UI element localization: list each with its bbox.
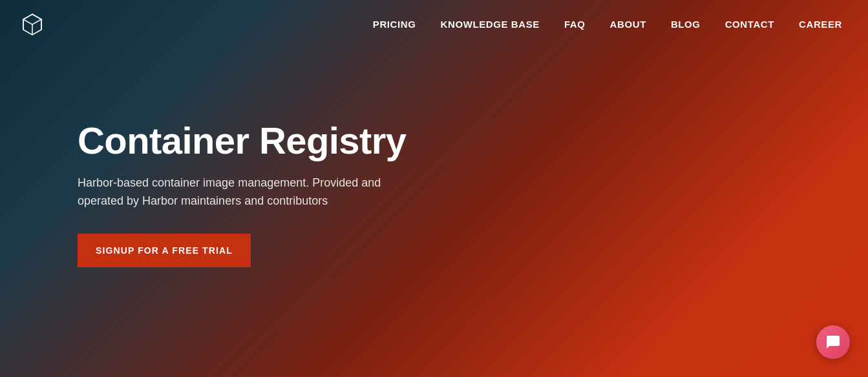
chat-support-button[interactable] [816, 325, 850, 359]
signup-cta-button[interactable]: SIGNUP FOR A FREE TRIAL [78, 234, 251, 267]
hero-content: Container Registry Harbor-based containe… [0, 49, 452, 377]
nav-item-blog[interactable]: BLOG [671, 19, 701, 30]
nav-link-about[interactable]: ABOUT [610, 19, 646, 30]
main-nav: PRICING KNOWLEDGE BASE FAQ ABOUT BLOG CO… [0, 0, 868, 49]
logo[interactable] [19, 12, 45, 37]
nav-links: PRICING KNOWLEDGE BASE FAQ ABOUT BLOG CO… [373, 19, 842, 30]
hero-subtitle: Harbor-based container image management.… [78, 174, 414, 210]
nav-link-contact[interactable]: CONTACT [725, 19, 774, 30]
nav-link-knowledge-base[interactable]: KNOWLEDGE BASE [441, 19, 540, 30]
nav-item-contact[interactable]: CONTACT [725, 19, 774, 30]
nav-link-blog[interactable]: BLOG [671, 19, 701, 30]
nav-item-knowledge-base[interactable]: KNOWLEDGE BASE [441, 19, 540, 30]
svg-marker-1 [23, 14, 41, 25]
nav-item-pricing[interactable]: PRICING [373, 19, 416, 30]
nav-link-faq[interactable]: FAQ [564, 19, 586, 30]
chat-icon [825, 334, 841, 350]
hero-title: Container Registry [78, 120, 427, 161]
nav-item-about[interactable]: ABOUT [610, 19, 646, 30]
nav-link-pricing[interactable]: PRICING [373, 19, 416, 30]
nav-item-career[interactable]: CAREER [799, 19, 842, 30]
nav-item-faq[interactable]: FAQ [564, 19, 586, 30]
nav-link-career[interactable]: CAREER [799, 19, 842, 30]
hero-section: PRICING KNOWLEDGE BASE FAQ ABOUT BLOG CO… [0, 0, 868, 377]
